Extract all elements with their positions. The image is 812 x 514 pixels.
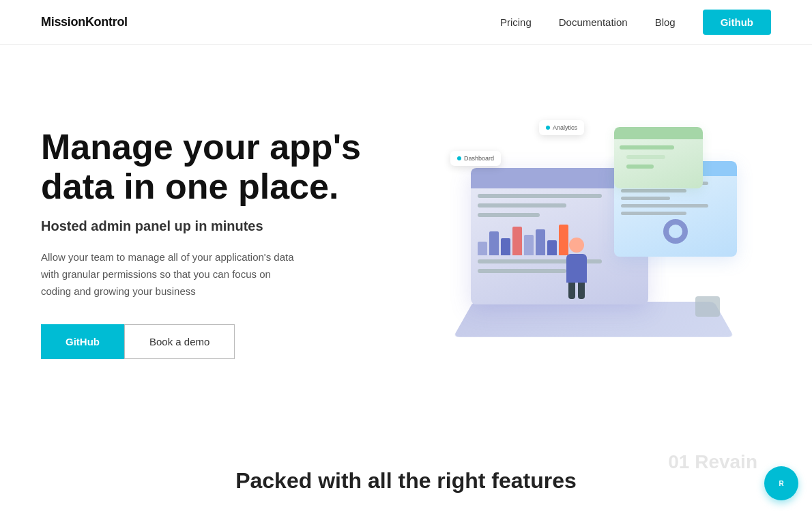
chart-bar-4 bbox=[512, 227, 522, 255]
side-row-3 bbox=[621, 197, 670, 200]
nav-links: Pricing Documentation Blog Github bbox=[500, 10, 771, 35]
hero-buttons: GitHub Book a demo bbox=[41, 324, 382, 359]
hero-body: Allow your team to manage all of your ap… bbox=[41, 249, 300, 300]
logo[interactable]: MissionKontrol bbox=[41, 15, 128, 29]
illustration-container: Dashboard Analytics bbox=[430, 113, 757, 373]
screen-bar-2 bbox=[478, 203, 566, 208]
person-leg-right bbox=[578, 283, 585, 299]
hero-github-button[interactable]: GitHub bbox=[41, 324, 124, 359]
screen-bar-5 bbox=[478, 269, 566, 273]
top-bar-2 bbox=[626, 155, 665, 159]
screen-top-content bbox=[614, 139, 703, 175]
side-row-2 bbox=[621, 189, 686, 192]
dot-accent-2 bbox=[546, 126, 550, 130]
nav-pricing[interactable]: Pricing bbox=[500, 16, 532, 28]
screen-bar-3 bbox=[478, 213, 540, 217]
chart-bar-3 bbox=[501, 238, 510, 255]
side-row-5 bbox=[621, 212, 686, 215]
dot-accent-1 bbox=[457, 156, 461, 160]
screen-bar-1 bbox=[478, 194, 602, 198]
hero-title: Manage your app's data in one place. bbox=[41, 127, 382, 206]
donut-chart bbox=[663, 219, 688, 244]
hero-subtitle: Hosted admin panel up in minutes bbox=[41, 218, 382, 234]
platform-base bbox=[453, 302, 734, 337]
person-leg-left bbox=[568, 283, 575, 299]
screen-top bbox=[614, 127, 703, 188]
nav-blog[interactable]: Blog bbox=[655, 16, 676, 28]
hero-demo-button[interactable]: Book a demo bbox=[124, 324, 235, 359]
chart-bar-6 bbox=[536, 229, 545, 255]
nav-documentation[interactable]: Documentation bbox=[559, 16, 628, 28]
navbar: MissionKontrol Pricing Documentation Blo… bbox=[0, 0, 812, 45]
hero-content: Manage your app's data in one place. Hos… bbox=[41, 127, 382, 360]
top-bar-1 bbox=[620, 145, 674, 149]
person-body bbox=[566, 254, 587, 283]
features-title: Packed with all the right features bbox=[41, 468, 771, 494]
side-row-4 bbox=[621, 204, 708, 208]
person-head bbox=[569, 238, 584, 253]
chart-bar-7 bbox=[547, 240, 557, 255]
float-card-1: Dashboard bbox=[450, 151, 501, 166]
hero-section: Manage your app's data in one place. Hos… bbox=[0, 45, 812, 427]
person-legs bbox=[563, 283, 590, 299]
top-bar-3 bbox=[626, 165, 654, 169]
float-card-2: Analytics bbox=[539, 120, 584, 135]
box-decoration bbox=[695, 296, 720, 317]
chart-bar-2 bbox=[489, 231, 499, 255]
revain-badge-label: R bbox=[779, 480, 783, 487]
hero-illustration: Dashboard Analytics bbox=[416, 113, 771, 373]
chart-bar-5 bbox=[524, 235, 534, 255]
revain-badge[interactable]: R bbox=[764, 466, 798, 500]
chart-bar-1 bbox=[478, 242, 487, 255]
person-illustration bbox=[563, 238, 590, 299]
nav-github-button[interactable]: Github bbox=[703, 10, 771, 35]
features-section: Packed with all the right features Full … bbox=[0, 427, 812, 514]
